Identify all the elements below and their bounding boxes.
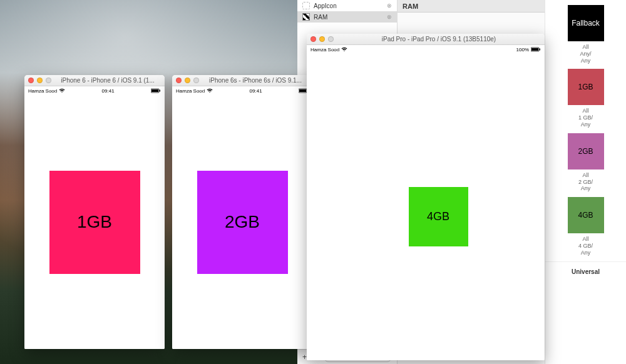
svg-rect-7 bbox=[531, 48, 538, 51]
wifi-icon bbox=[59, 88, 65, 93]
swatch-1gb: 1GB bbox=[568, 69, 604, 105]
simulator-ipad-pro[interactable]: iPad Pro - iPad Pro / iOS 9.1 (13B5110e)… bbox=[307, 34, 545, 360]
ram-square: 1GB bbox=[49, 171, 140, 274]
ram-slot-fallback[interactable]: Fallback All Any/ Any bbox=[545, 0, 626, 64]
add-button[interactable]: + bbox=[302, 353, 307, 361]
device-screen: 1GB bbox=[24, 95, 165, 349]
battery-percent: 100% bbox=[516, 47, 529, 53]
imageset-icon bbox=[302, 13, 310, 21]
ram-universal-label: Universal bbox=[545, 261, 626, 281]
swatch-meta: All Any/ Any bbox=[545, 44, 626, 64]
minimize-icon[interactable] bbox=[319, 36, 325, 42]
swatch-2gb: 2GB bbox=[568, 133, 604, 169]
device-screen: 4GB bbox=[307, 54, 545, 360]
swatch-fallback: Fallback bbox=[568, 5, 604, 41]
ram-slot-2gb[interactable]: 2GB All 2 GB/ Any bbox=[545, 128, 626, 192]
simulator-iphone6[interactable]: iPhone 6 - iPhone 6 / iOS 9.1 (1... Hamz… bbox=[24, 75, 165, 349]
zoom-icon[interactable] bbox=[46, 78, 51, 83]
window-titlebar[interactable]: iPhone 6s - iPhone 6s / iOS 9.1... bbox=[172, 75, 312, 86]
asset-row-ram[interactable]: RAM ⊗ bbox=[297, 11, 397, 23]
wifi-icon bbox=[341, 47, 347, 52]
svg-rect-8 bbox=[540, 49, 541, 51]
status-bar: Hamza Sood 09:41 bbox=[24, 86, 165, 95]
minimize-icon[interactable] bbox=[185, 78, 190, 83]
swatch-4gb: 4GB bbox=[568, 197, 604, 233]
ram-square: 4GB bbox=[409, 187, 468, 246]
svg-rect-2 bbox=[160, 90, 161, 92]
close-icon[interactable] bbox=[28, 78, 34, 83]
swatch-meta: All 1 GB/ Any bbox=[545, 108, 626, 128]
asset-label: AppIcon bbox=[314, 3, 337, 9]
ram-square: 2GB bbox=[197, 171, 288, 274]
carrier-label: Hamza Sood bbox=[176, 88, 205, 94]
zoom-icon[interactable] bbox=[193, 78, 199, 83]
ram-slot-4gb[interactable]: 4GB All 4 GB/ Any bbox=[545, 192, 626, 256]
close-icon[interactable] bbox=[310, 36, 316, 42]
close-icon[interactable] bbox=[176, 78, 182, 83]
minimize-icon[interactable] bbox=[37, 78, 43, 83]
window-title: iPad Pro - iPad Pro / iOS 9.1 (13B5110e) bbox=[337, 36, 541, 43]
ram-variant-panel: Fallback All Any/ Any 1GB All 1 GB/ Any … bbox=[545, 0, 626, 364]
attribute-title: RAM bbox=[403, 3, 418, 10]
time-label: 09:41 bbox=[250, 88, 262, 94]
window-titlebar[interactable]: iPad Pro - iPad Pro / iOS 9.1 (13B5110e) bbox=[307, 34, 545, 45]
svg-rect-1 bbox=[151, 89, 158, 92]
asset-row-appicon[interactable]: AppIcon ⊗ bbox=[297, 0, 397, 11]
status-bar: Hamza Sood 09:41 bbox=[172, 86, 312, 95]
asset-label: RAM bbox=[314, 14, 327, 21]
delete-icon[interactable]: ⊗ bbox=[387, 3, 392, 9]
carrier-label: Hamza Sood bbox=[28, 88, 57, 94]
zoom-icon[interactable] bbox=[328, 36, 334, 42]
swatch-meta: All 4 GB/ Any bbox=[545, 236, 626, 256]
delete-icon[interactable]: ⊗ bbox=[387, 14, 392, 20]
window-titlebar[interactable]: iPhone 6 - iPhone 6 / iOS 9.1 (1... bbox=[24, 75, 165, 86]
battery-icon bbox=[531, 47, 541, 52]
swatch-meta: All 2 GB/ Any bbox=[545, 172, 626, 192]
status-bar: Hamza Sood 100% bbox=[307, 45, 545, 54]
svg-rect-4 bbox=[299, 89, 306, 92]
wifi-icon bbox=[207, 88, 213, 93]
ram-slot-1gb[interactable]: 1GB All 1 GB/ Any bbox=[545, 64, 626, 128]
window-title: iPhone 6 - iPhone 6 / iOS 9.1 (1... bbox=[54, 77, 161, 84]
appicon-icon bbox=[302, 2, 310, 9]
attribute-header: RAM bbox=[398, 0, 545, 13]
device-screen: 2GB bbox=[172, 95, 312, 349]
time-label: 09:41 bbox=[102, 88, 115, 94]
battery-icon bbox=[151, 88, 161, 93]
carrier-label: Hamza Sood bbox=[310, 47, 339, 53]
window-title: iPhone 6s - iPhone 6s / iOS 9.1... bbox=[202, 77, 309, 84]
simulator-iphone6s[interactable]: iPhone 6s - iPhone 6s / iOS 9.1... Hamza… bbox=[172, 75, 312, 349]
